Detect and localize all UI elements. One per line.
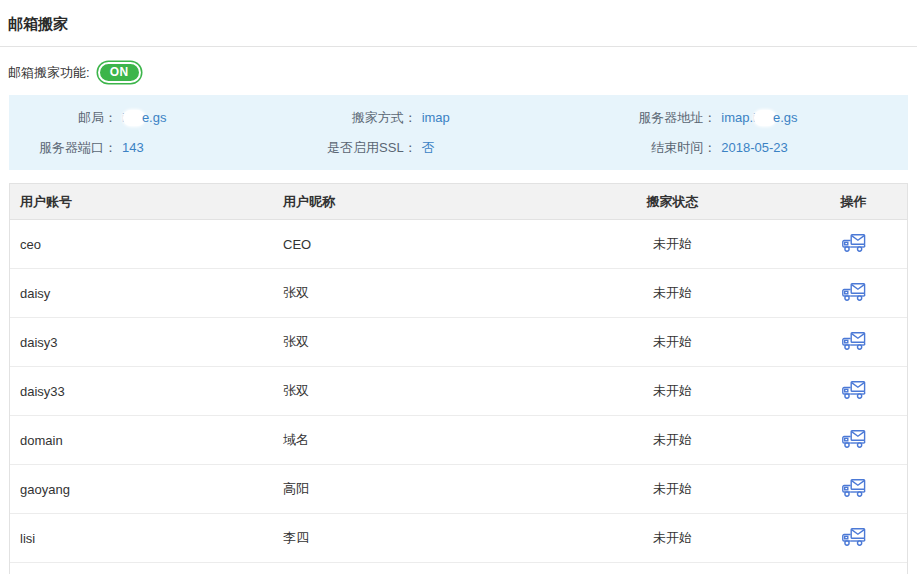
info-item-ssl-enabled: 是否启用SSL： 否 (309, 137, 609, 158)
cell-nickname: 域名 (273, 431, 545, 449)
cell-nickname: 高阳 (273, 480, 545, 498)
info-value: imap (422, 107, 450, 128)
table-row: ceo CEO 未开始 (10, 220, 907, 269)
cell-nickname: 李四 (273, 529, 545, 547)
cell-nickname: 张双 (273, 284, 545, 302)
table-row: daisy3 张双 未开始 (10, 318, 907, 367)
start-migration-button[interactable] (841, 331, 867, 351)
info-item-end-time: 结束时间： 2018-05-23 (608, 137, 908, 158)
cell-account: ceo (10, 237, 273, 252)
mail-truck-icon (841, 527, 867, 547)
migration-toggle-row: 邮箱搬家功能: ON (8, 62, 917, 83)
mail-truck-icon (841, 429, 867, 449)
table-row: daisy33 张双 未开始 (10, 367, 907, 416)
cell-action (800, 527, 907, 550)
cell-status: 未开始 (545, 235, 800, 253)
info-value: ie.gs (122, 107, 166, 128)
cell-action (800, 233, 907, 256)
info-value: 143 (122, 137, 144, 158)
start-migration-button[interactable] (841, 478, 867, 498)
header-action: 操作 (800, 193, 907, 211)
cell-status: 未开始 (545, 333, 800, 351)
mail-truck-icon (841, 478, 867, 498)
info-item-mail-domain: 邮局： ie.gs (9, 107, 309, 128)
table-row: daisy 张双 未开始 (10, 269, 907, 318)
cell-action (800, 380, 907, 403)
cell-account: lisi (10, 531, 273, 546)
info-label: 邮局： (9, 107, 117, 128)
mail-truck-icon (841, 233, 867, 253)
table-header-row: 用户账号 用户昵称 搬家状态 操作 (10, 184, 907, 220)
start-migration-button[interactable] (841, 527, 867, 547)
table-row: domain 域名 未开始 (10, 416, 907, 465)
start-migration-button[interactable] (841, 429, 867, 449)
cell-nickname: CEO (273, 237, 545, 252)
table-row: gaoyang 高阳 未开始 (10, 465, 907, 514)
cell-account: gaoyang (10, 482, 273, 497)
cell-account: domain (10, 433, 273, 448)
cell-status: 未开始 (545, 480, 800, 498)
info-label: 服务器端口： (9, 137, 117, 158)
info-item-server-port: 服务器端口： 143 (9, 137, 309, 158)
start-migration-button[interactable] (841, 282, 867, 302)
cell-status: 未开始 (545, 284, 800, 302)
cell-status: 未开始 (545, 431, 800, 449)
info-label: 是否启用SSL： (309, 137, 417, 158)
start-migration-button[interactable] (841, 380, 867, 400)
page-header: 邮箱搬家 (0, 0, 917, 47)
cell-status: 未开始 (545, 529, 800, 547)
migration-toggle-label: 邮箱搬家功能: (8, 64, 90, 82)
cell-action (800, 478, 907, 501)
cell-account: daisy33 (10, 384, 273, 399)
header-account: 用户账号 (10, 193, 273, 211)
info-value: 2018-05-23 (721, 137, 788, 158)
info-label: 结束时间： (608, 137, 716, 158)
info-value: imap.ie.gs (721, 107, 797, 128)
migration-on-toggle[interactable]: ON (98, 62, 141, 83)
header-nickname: 用户昵称 (273, 193, 545, 211)
mail-truck-icon (841, 380, 867, 400)
cell-action (800, 282, 907, 305)
cell-action (800, 331, 907, 354)
cell-nickname: 张双 (273, 333, 545, 351)
cell-nickname: 张双 (273, 382, 545, 400)
info-label: 搬家方式： (309, 107, 417, 128)
migration-user-table: 用户账号 用户昵称 搬家状态 操作 ceo CEO 未开始 (9, 183, 908, 574)
cell-account: daisy (10, 286, 273, 301)
table-row-partial (10, 563, 907, 574)
table-row: lisi 李四 未开始 (10, 514, 907, 563)
cell-account: daisy3 (10, 335, 273, 350)
table-body: ceo CEO 未开始 daisy 张双 未开始 (10, 220, 907, 563)
info-item-server-address: 服务器地址： imap.ie.gs (608, 107, 908, 128)
cell-action (800, 429, 907, 452)
mail-truck-icon (841, 331, 867, 351)
cell-status: 未开始 (545, 382, 800, 400)
mail-truck-icon (841, 282, 867, 302)
page-title: 邮箱搬家 (8, 15, 909, 34)
header-status: 搬家状态 (545, 193, 800, 211)
migration-settings-panel: 邮局： ie.gs 搬家方式： imap 服务器地址： imap.ie.gs 服… (9, 95, 908, 170)
info-label: 服务器地址： (608, 107, 716, 128)
info-item-migration-method: 搬家方式： imap (309, 107, 609, 128)
info-value: 否 (422, 137, 435, 158)
start-migration-button[interactable] (841, 233, 867, 253)
